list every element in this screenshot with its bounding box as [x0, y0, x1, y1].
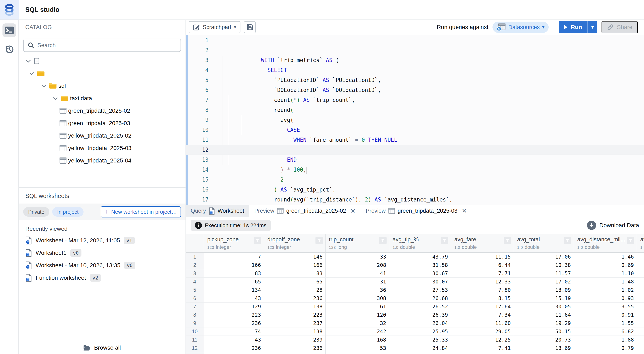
edit-icon [193, 24, 200, 31]
table-row: 1 7 146 33 43.79 11.15 [186, 253, 644, 261]
column-name: dropoff_zone [268, 236, 322, 243]
column-filter-button[interactable] [627, 237, 634, 244]
code-line[interactable]: 16 round(avg(`fare_amount`), 2) AS `avg_… [186, 185, 644, 195]
tree-item[interactable] [19, 67, 186, 80]
row-number: 2 [186, 261, 204, 269]
column-header[interactable]: dropoff_zone 123integer [264, 234, 326, 252]
column-header[interactable]: avg_fare 1.0double [451, 234, 514, 252]
chevron-down-icon[interactable] [28, 72, 35, 75]
code-line[interactable]: 6 round( [186, 85, 644, 95]
code-line[interactable]: 17 round(avg(`total_amount`), 2) AS `avg… [186, 195, 644, 205]
code-line[interactable]: 5 count(*) AS `trip_count`, [186, 75, 644, 85]
table-cell: 0.91 [574, 311, 637, 319]
row-number: 7 [186, 302, 204, 311]
column-header[interactable]: trip_count 123long [326, 234, 389, 252]
code-line[interactable]: 10 ELSE `tip_amount` / `fare_amount` [186, 125, 644, 135]
tree-item[interactable]: yellow_tripdata_2025-04 [19, 154, 186, 167]
code-line[interactable]: 8 CASE [186, 105, 644, 115]
results-tab[interactable]: Query Worksheet [186, 205, 249, 217]
tree-item-label: sql [58, 83, 66, 89]
table-cell: 61 [326, 302, 389, 311]
close-icon[interactable]: ✕ [462, 208, 467, 214]
table-cell [204, 352, 264, 354]
tree-item[interactable] [19, 55, 186, 67]
code-line[interactable]: 2 SELECT [186, 45, 644, 55]
chevron-down-icon[interactable] [52, 97, 59, 100]
rail-history-button[interactable] [2, 43, 16, 56]
search-input[interactable] [37, 42, 177, 49]
code-line[interactable]: 3 `PULocationID` AS `PULocationID`, [186, 55, 644, 65]
code-line[interactable]: 12 ) * 100, [186, 145, 644, 155]
worksheet-item[interactable]: Worksheet - Mar 12, 2026, 11:05 v1 [19, 234, 186, 247]
worksheet-item[interactable]: Function worksheet v2 [19, 272, 186, 284]
close-icon[interactable]: ✕ [350, 208, 356, 214]
tree-item[interactable]: taxi data [19, 92, 186, 105]
chevron-down-icon[interactable] [40, 85, 47, 87]
funnel-icon [628, 238, 633, 243]
app-logo-button[interactable] [0, 0, 19, 20]
worksheets-toolbar: Private In project + New worksheet in pr… [19, 204, 186, 220]
table-cell: 26.52 [389, 302, 451, 311]
table-cell: 26.39 [389, 311, 451, 319]
results-tab[interactable]: Preview green_tripdata_ [361, 205, 472, 217]
tree-item[interactable]: yellow_tripdata_2025-02 [19, 129, 186, 142]
code-line[interactable]: 4 `DOLocationID` AS `DOLocationID`, [186, 65, 644, 75]
column-header[interactable]: av 1.0 [637, 234, 644, 252]
tab-label: Worksheet [218, 208, 244, 214]
sql-editor[interactable]: 1 WITH `trip_metrics` AS ( 2 SELECT [186, 35, 644, 205]
chevron-down-icon[interactable] [25, 60, 32, 62]
code-line[interactable]: 7 avg( [186, 95, 644, 105]
column-header[interactable]: avg_total 1.0double [514, 234, 574, 252]
tree-item[interactable]: green_tripdata_2025-03 [19, 117, 186, 129]
filter-private[interactable]: Private [23, 207, 49, 217]
column-name: av [640, 236, 641, 243]
column-filter-button[interactable] [504, 237, 511, 244]
rail-sql-editor-button[interactable] [2, 24, 16, 37]
run-button[interactable]: Run ▾ [559, 21, 597, 33]
code-line[interactable]: 1 WITH `trip_metrics` AS ( [186, 35, 644, 45]
code-line[interactable]: 14 ) AS `avg_tip_pct`, [186, 165, 644, 175]
column-filter-button[interactable] [379, 237, 386, 244]
table-cell: 3.55 [574, 302, 637, 311]
row-number: 3 [186, 269, 204, 277]
column-filter-button[interactable] [316, 237, 323, 244]
filter-in-project[interactable]: In project [52, 207, 84, 217]
download-data-button[interactable]: Download Data [587, 221, 639, 230]
version-badge: v2 [90, 274, 101, 282]
datasources-selector[interactable]: Datasources ▾ [492, 22, 549, 33]
table-cell: 26.04 [389, 319, 451, 327]
column-header[interactable]: pickup_zone 123integer [204, 234, 264, 252]
run-options-button[interactable]: ▾ [588, 21, 597, 33]
table-cell: 10.38 [514, 261, 574, 269]
share-button[interactable]: Share [602, 21, 638, 33]
new-worksheet-button[interactable]: + New worksheet in project… [101, 206, 181, 218]
tree-item[interactable]: yellow_tripdata_2025-03 [19, 142, 186, 154]
browse-all-button[interactable]: Browse all [19, 341, 186, 354]
code-line[interactable]: 11 END [186, 135, 644, 145]
results-grid: pickup_zone 123integer [186, 234, 644, 354]
topbar: SQL studio [0, 0, 644, 20]
code-line[interactable]: 15 round(avg(`trip_distance`), 2) AS `av… [186, 175, 644, 185]
code-line[interactable]: 13 2 [186, 155, 644, 165]
column-filter-button[interactable] [254, 237, 261, 244]
open-folder-icon [83, 345, 91, 351]
worksheet-item[interactable]: Worksheet - Mar 10, 2026, 13:35 v0 [19, 259, 186, 272]
table-cell [451, 352, 514, 354]
results-tabbar: Query Worksheet [186, 205, 644, 217]
worksheet-item[interactable]: Worksheet1 v0 [19, 247, 186, 259]
column-filter-button[interactable] [441, 237, 448, 244]
column-header[interactable]: avg_distance_mil... 1.0double [574, 234, 637, 252]
tree-item[interactable]: sql [19, 80, 186, 92]
column-filter-button[interactable] [564, 237, 571, 244]
table-cell: 31.58 [389, 261, 451, 269]
save-button[interactable] [244, 21, 256, 33]
datasource-table-icon [497, 23, 506, 31]
row-number: 12 [186, 344, 204, 352]
code-line[interactable]: 9 WHEN `fare_amount` = 0 THEN NULL [186, 115, 644, 125]
tree-item[interactable]: green_tripdata_2025-02 [19, 105, 186, 117]
row-number: 1 [186, 253, 204, 261]
table-cell: 17.06 [514, 253, 574, 261]
results-tab[interactable]: Preview green_tripdata_ [249, 205, 361, 217]
scratchpad-selector[interactable]: Scratchpad ▾ [188, 21, 240, 33]
column-header[interactable]: avg_tip_% 1.0double [389, 234, 451, 252]
